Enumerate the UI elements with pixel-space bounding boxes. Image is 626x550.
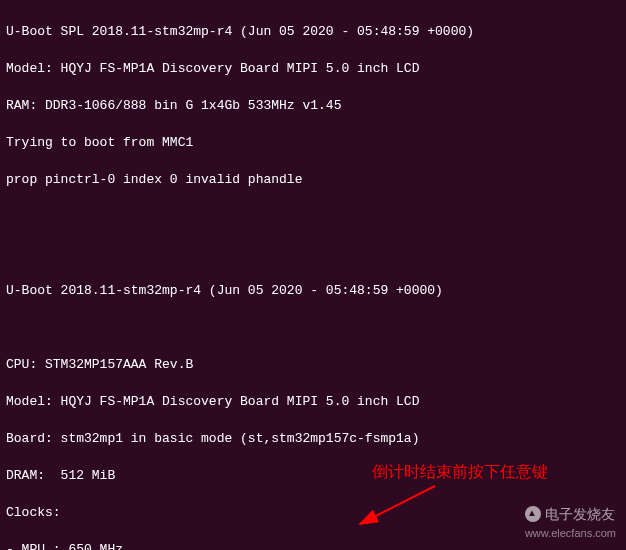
blank-line	[6, 208, 620, 227]
watermark-brand: 电子发烧友	[545, 505, 615, 524]
blank-line	[6, 245, 620, 264]
boot-line: Board: stm32mp1 in basic mode (st,stm32m…	[6, 430, 620, 449]
watermark: 电子发烧友 www.elecfans.com	[525, 505, 616, 542]
blank-line	[6, 319, 620, 338]
boot-line: prop pinctrl-0 index 0 invalid phandle	[6, 171, 620, 190]
boot-line: Model: HQYJ FS-MP1A Discovery Board MIPI…	[6, 393, 620, 412]
boot-line: U-Boot SPL 2018.11-stm32mp-r4 (Jun 05 20…	[6, 23, 620, 42]
annotation-text: 倒计时结束前按下任意键	[372, 463, 548, 482]
boot-line: U-Boot 2018.11-stm32mp-r4 (Jun 05 2020 -…	[6, 282, 620, 301]
boot-line: Trying to boot from MMC1	[6, 134, 620, 153]
watermark-url: www.elecfans.com	[525, 524, 616, 543]
boot-line: Model: HQYJ FS-MP1A Discovery Board MIPI…	[6, 60, 620, 79]
boot-line: RAM: DDR3-1066/888 bin G 1x4Gb 533MHz v1…	[6, 97, 620, 116]
boot-line: CPU: STM32MP157AAA Rev.B	[6, 356, 620, 375]
watermark-logo-icon	[525, 506, 541, 522]
